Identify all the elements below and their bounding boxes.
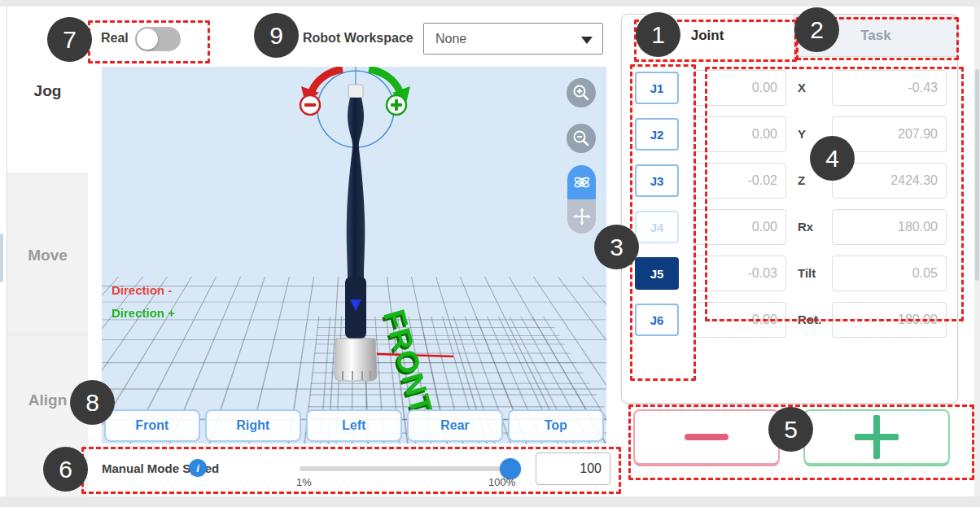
real-label: Real — [101, 31, 129, 46]
rotate-plus-arrow — [369, 69, 400, 91]
callout-2: 2 — [794, 7, 839, 52]
robot-3d-viewport[interactable]: FRONT FRONT Direction - Direction + — [102, 67, 606, 444]
view-buttons: Front Right Left Rear Top — [104, 409, 604, 442]
callout-6: 6 — [43, 447, 88, 492]
toggle-knob — [137, 28, 158, 50]
callout-3: 3 — [594, 225, 639, 269]
joint-value-j1[interactable]: 0.00 — [693, 70, 786, 106]
robot-tool-cap — [348, 85, 363, 98]
magnifier-plus-icon — [572, 84, 590, 102]
view-rear-button[interactable]: Rear — [407, 409, 503, 442]
pan-view-button[interactable] — [567, 199, 596, 234]
sidebar: Jog Move Align — [7, 7, 88, 496]
callout-9: 9 — [254, 13, 299, 58]
axis-label-rot: Rot. — [798, 302, 832, 338]
orbit-rotate-icon — [572, 173, 592, 192]
callout-5: 5 — [768, 407, 813, 452]
joint-button-j2[interactable]: J2 — [635, 118, 679, 151]
jog-screen: Jog Move Align Real Robot Workspace None — [0, 0, 980, 507]
window-frame-top — [0, 0, 980, 7]
joint-value-j6[interactable]: -0.00 — [693, 302, 786, 338]
callout-7: 7 — [47, 17, 92, 62]
robot-workspace-label: Robot Workspace — [303, 31, 413, 46]
magnifier-minus-icon — [572, 129, 590, 147]
rotate-view-button[interactable] — [567, 165, 596, 199]
direction-minus-label: Direction - — [112, 283, 172, 297]
task-value-tilt[interactable]: 0.05 — [832, 256, 947, 291]
real-toggle[interactable] — [135, 27, 181, 51]
speed-max-label: 100% — [488, 476, 515, 488]
robot-workspace-value: None — [435, 32, 466, 46]
sidebar-item-jog[interactable]: Jog — [7, 82, 88, 100]
callout-8: 8 — [70, 380, 115, 425]
pan-arrows-icon — [572, 207, 592, 226]
view-front-button[interactable]: Front — [104, 409, 200, 442]
minus-icon — [685, 434, 728, 440]
info-icon[interactable]: i — [189, 459, 207, 477]
jog-plus-button[interactable] — [803, 409, 950, 465]
task-value-x[interactable]: -0.43 — [832, 70, 947, 106]
joint-button-j4[interactable]: J4 — [635, 211, 679, 243]
callout-1: 1 — [636, 12, 680, 57]
speed-slider-track[interactable] — [300, 466, 511, 471]
front-floor-label: FRONT — [377, 306, 439, 419]
view-right-button[interactable]: Right — [205, 409, 301, 442]
zoom-out-button[interactable] — [567, 124, 596, 153]
joint-value-j3[interactable]: -0.02 — [693, 163, 786, 199]
front-floor-label-group: FRONT FRONT — [374, 306, 439, 421]
robot-arm — [347, 98, 365, 293]
joint-button-j3[interactable]: J3 — [635, 164, 679, 197]
joint-button-j6[interactable]: J6 — [635, 304, 679, 336]
task-value-rx[interactable]: 180.00 — [832, 209, 947, 245]
axis-label-rx: Rx — [798, 209, 832, 245]
axis-label-x: X — [798, 70, 832, 106]
axis-label-tilt: Tilt — [798, 256, 832, 291]
joint-button-j1[interactable]: J1 — [635, 72, 679, 104]
window-frame-bottom — [0, 496, 980, 507]
plus-icon-v — [395, 99, 398, 111]
sidebar-item-move[interactable]: Move — [7, 247, 88, 264]
joint-button-j5[interactable]: J5 — [635, 257, 679, 290]
left-scrollbar-thumb[interactable] — [0, 234, 3, 282]
chevron-down-icon — [581, 37, 593, 44]
speed-value-field[interactable]: 100 — [536, 452, 610, 485]
view-mode-toggle — [567, 165, 596, 234]
task-value-rot[interactable]: 180.00 — [832, 302, 947, 338]
view-top-button[interactable]: Top — [508, 409, 604, 442]
zoom-in-button[interactable] — [567, 78, 596, 107]
robot-scene: FRONT FRONT — [102, 67, 606, 444]
direction-plus-label: Direction + — [112, 306, 175, 320]
joint-value-j5[interactable]: -0.03 — [693, 256, 786, 291]
joint-value-j4[interactable]: 0.00 — [693, 209, 786, 245]
callout-4: 4 — [810, 136, 855, 181]
right-scrollbar-thumb[interactable] — [975, 69, 979, 281]
jog-minus-button[interactable] — [633, 409, 780, 465]
plus-icon — [855, 415, 899, 459]
minus-icon — [304, 103, 316, 107]
speed-min-label: 1% — [296, 476, 312, 488]
rotate-minus-arrow — [312, 69, 343, 91]
joint-value-j2[interactable]: 0.00 — [693, 116, 786, 152]
robot-workspace-dropdown[interactable]: None — [423, 23, 603, 55]
view-left-button[interactable]: Left — [306, 409, 402, 442]
